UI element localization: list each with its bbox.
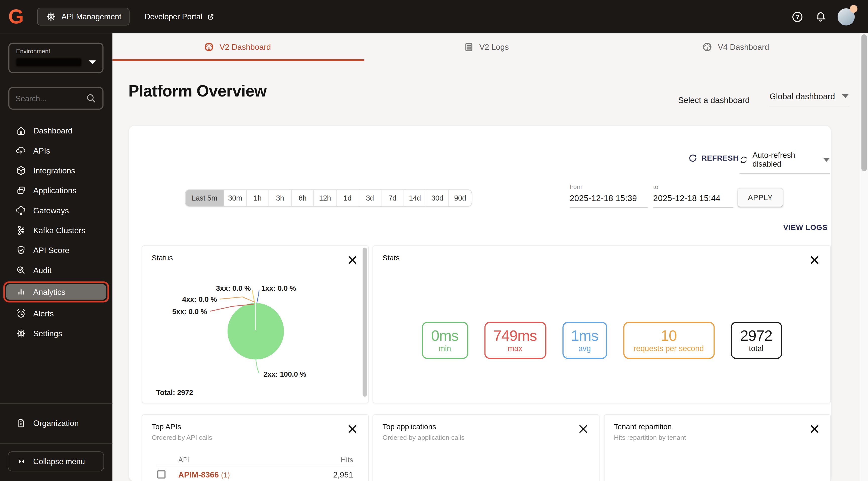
time-range-group: Last 5m 30m 1h 3h 6h 12h 1d 3d 7d 14d 30…	[185, 189, 472, 207]
sidebar-item-gateways[interactable]: Gateways	[0, 201, 112, 220]
pie-label-4xx: 4xx: 0.0 %	[182, 295, 217, 303]
sidebar-item-applications[interactable]: Applications	[0, 181, 112, 201]
tab-bar: V2 Dashboard V2 Logs	[112, 33, 860, 61]
api-link[interactable]: APIM-8366(1)	[178, 470, 230, 479]
close-icon[interactable]	[348, 255, 357, 265]
main-content: V2 Dashboard V2 Logs	[112, 33, 868, 481]
cloud-gateway-icon	[16, 205, 27, 216]
tab-label: V2 Dashboard	[219, 43, 271, 52]
refresh-button[interactable]: REFRESH	[688, 154, 739, 163]
environment-value-redacted	[16, 58, 82, 66]
app-switcher-label: API Management	[62, 12, 121, 21]
analytics-highlight-annotation: Analytics	[3, 281, 109, 303]
time-range-6h[interactable]: 6h	[291, 190, 314, 206]
sidebar-item-label: APIs	[33, 146, 50, 155]
status-widget: 3xx: 0.0 % 1xx: 0.0 % 4xx: 0.0 % 5xx: 0.…	[142, 245, 369, 403]
search-input[interactable]	[16, 94, 86, 103]
sidebar-item-analytics[interactable]: Analytics	[6, 284, 106, 300]
app-switcher-api-management[interactable]: API Management	[37, 8, 130, 26]
time-range-3d[interactable]: 3d	[359, 190, 381, 206]
tab-v2-dashboard[interactable]: V2 Dashboard	[112, 33, 362, 61]
sidebar-item-label: Audit	[33, 266, 52, 275]
stat-value: 1ms	[571, 328, 598, 344]
close-icon[interactable]	[348, 424, 357, 433]
time-range-30d[interactable]: 30d	[427, 190, 449, 206]
sidebar-item-integrations[interactable]: Integrations	[0, 160, 112, 180]
sidebar-item-api-score[interactable]: API Score	[0, 241, 112, 260]
close-icon[interactable]	[810, 255, 819, 265]
gauge-icon	[701, 41, 713, 53]
page-title: Platform Overview	[128, 82, 267, 100]
stat-max: 749ms max	[484, 322, 546, 359]
refresh-icon	[688, 154, 698, 163]
tab-v4-dashboard[interactable]: V4 Dashboard	[611, 33, 860, 61]
scrollbar-thumb[interactable]	[862, 34, 867, 171]
collapse-arrows-icon	[17, 456, 27, 467]
sidebar-item-label: Settings	[33, 329, 62, 338]
row-checkbox[interactable]	[157, 470, 165, 479]
date-from-field[interactable]: from 2025-12-18 15:39	[569, 183, 648, 208]
logs-icon	[463, 41, 474, 53]
scrollbar-thumb[interactable]	[363, 247, 367, 396]
developer-portal-link[interactable]: Developer Portal	[145, 12, 215, 21]
chevron-down-icon	[823, 157, 830, 161]
close-icon[interactable]	[810, 424, 819, 433]
sidebar-item-dashboard[interactable]: Dashboard	[0, 121, 112, 141]
page-scrollbar[interactable]	[860, 33, 868, 481]
stats-row: 0ms min 749ms max 1ms avg 10 requests pe…	[373, 322, 831, 359]
time-range-1d[interactable]: 1d	[337, 190, 359, 206]
stat-min: 0ms min	[422, 322, 468, 359]
widget-scrollbar[interactable]	[363, 247, 367, 401]
sidebar-item-organization[interactable]: Organization	[0, 413, 112, 433]
svg-text:G: G	[8, 5, 24, 28]
active-tab-indicator	[112, 59, 364, 61]
chevron-down-icon	[89, 60, 96, 64]
stat-value: 2972	[740, 328, 772, 344]
organization-building-icon	[16, 418, 27, 429]
sidebar-search	[8, 87, 103, 110]
stat-value: 749ms	[493, 328, 537, 344]
dashboard-select-value: Global dashboard	[770, 91, 835, 101]
tab-v2-logs[interactable]: V2 Logs	[362, 33, 611, 61]
pie-label-2xx: 2xx: 100.0 %	[264, 370, 306, 378]
sidebar-item-audit[interactable]: Audit	[0, 260, 112, 280]
date-to-field[interactable]: to 2025-12-18 15:44	[653, 183, 734, 208]
pie-label-3xx: 3xx: 0.0 %	[216, 284, 251, 292]
cloud-gear-icon	[16, 145, 27, 156]
dashboard-card: REFRESH Auto-refresh disabled Last 5m 30…	[129, 126, 831, 481]
sidebar-item-label: Analytics	[33, 288, 65, 296]
sidebar-item-kafka-clusters[interactable]: Kafka Clusters	[0, 220, 112, 240]
time-range-14d[interactable]: 14d	[404, 190, 426, 206]
select-dashboard-label: Select a dashboard	[678, 95, 750, 104]
environment-select[interactable]: Environment	[8, 43, 103, 73]
time-range-7d[interactable]: 7d	[381, 190, 404, 206]
view-logs-link[interactable]: VIEW LOGS	[783, 223, 828, 232]
notifications-bell-icon[interactable]	[814, 10, 827, 23]
dashboard-select[interactable]: Global dashboard	[770, 91, 849, 107]
api-count: (1)	[221, 471, 230, 479]
app-window: G API Management Developer Portal	[0, 0, 868, 481]
sidebar: Environment Dash	[0, 33, 112, 481]
time-range-12h[interactable]: 12h	[314, 190, 337, 206]
time-range-last-5m[interactable]: Last 5m	[185, 190, 224, 206]
time-range-3h[interactable]: 3h	[269, 190, 291, 206]
sidebar-item-alerts[interactable]: Alerts	[0, 304, 112, 324]
tenant-repartition-widget: Tenant repartition Hits repartition by t…	[604, 414, 831, 481]
collapse-menu-button[interactable]: Collapse menu	[8, 451, 104, 471]
auto-refresh-select[interactable]: Auto-refresh disabled	[740, 151, 830, 174]
widget-title: Tenant repartition	[614, 423, 672, 431]
sidebar-item-label: Applications	[33, 186, 76, 195]
user-avatar[interactable]	[838, 8, 855, 25]
time-range-1h[interactable]: 1h	[247, 190, 269, 206]
widget-subtitle: Hits repartition by tenant	[614, 434, 686, 442]
leader-line-4xx	[220, 297, 254, 302]
sidebar-item-apis[interactable]: APIs	[0, 141, 112, 160]
close-icon[interactable]	[579, 424, 588, 433]
collapse-menu-label: Collapse menu	[33, 457, 85, 466]
sidebar-divider	[0, 403, 112, 404]
sidebar-item-settings[interactable]: Settings	[0, 324, 112, 343]
help-icon[interactable]: ?	[791, 10, 804, 23]
time-range-30m[interactable]: 30m	[224, 190, 247, 206]
time-range-90d[interactable]: 90d	[449, 190, 471, 206]
apply-button[interactable]: APPLY	[738, 188, 783, 207]
